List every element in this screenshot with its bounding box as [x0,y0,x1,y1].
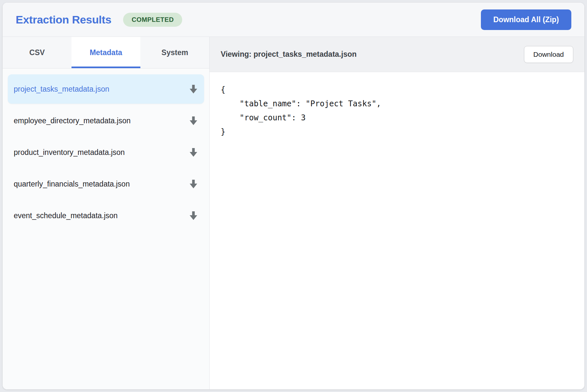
download-arrow-icon[interactable] [189,84,198,94]
download-arrow-icon[interactable] [189,211,198,220]
file-list-item[interactable]: project_tasks_metadata.json [8,74,204,104]
file-name: product_inventory_metadata.json [14,148,125,157]
download-arrow-icon[interactable] [189,116,198,126]
download-all-button[interactable]: Download All (Zip) [481,9,571,30]
header: Extraction Results COMPLETED Download Al… [3,3,584,37]
left-panel: CSVMetadataSystem project_tasks_metadata… [3,37,210,389]
file-list-item[interactable]: employee_directory_metadata.json [8,106,204,135]
page-title: Extraction Results [16,13,111,26]
tab-bar: CSVMetadataSystem [3,37,209,68]
tab-metadata[interactable]: Metadata [71,37,140,68]
file-name: project_tasks_metadata.json [14,85,109,94]
json-content: { "table_name": "Project Tasks", "row_co… [210,72,584,389]
tab-csv[interactable]: CSV [3,37,71,68]
tab-system[interactable]: System [140,37,209,68]
file-list-item[interactable]: quarterly_financials_metadata.json [8,169,204,199]
download-arrow-icon[interactable] [189,179,198,189]
file-list-item[interactable]: event_schedule_metadata.json [8,201,204,230]
viewer-title: Viewing: project_tasks_metadata.json [221,50,357,59]
main-body: CSVMetadataSystem project_tasks_metadata… [3,37,584,389]
download-arrow-icon[interactable] [189,148,198,157]
viewer-panel: Viewing: project_tasks_metadata.json Dow… [210,37,584,389]
file-name: quarterly_financials_metadata.json [14,180,130,188]
download-button[interactable]: Download [524,46,573,63]
file-list-item[interactable]: product_inventory_metadata.json [8,138,204,167]
file-name: event_schedule_metadata.json [14,211,118,220]
status-badge: COMPLETED [123,13,182,27]
file-list: project_tasks_metadata.jsonemployee_dire… [3,68,209,389]
file-name: employee_directory_metadata.json [14,116,131,125]
extraction-results-card: Extraction Results COMPLETED Download Al… [3,3,584,389]
viewer-header: Viewing: project_tasks_metadata.json Dow… [210,37,584,72]
